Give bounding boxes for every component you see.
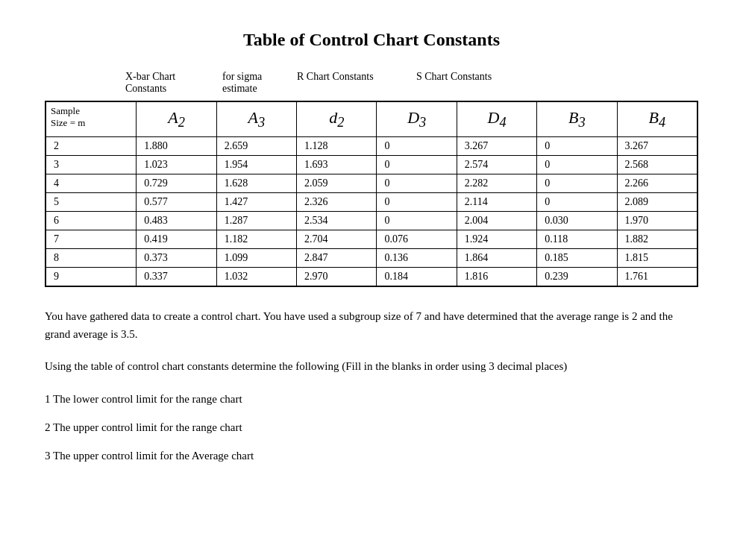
cell-d2-0: 1.128 — [297, 137, 377, 156]
cell-D3-0: 0 — [377, 137, 457, 156]
cell-A3-7: 1.032 — [216, 268, 296, 286]
cell-B4-6: 1.815 — [617, 249, 697, 268]
cell-D4-3: 2.114 — [457, 193, 536, 212]
cell-B4-2: 2.266 — [617, 174, 697, 193]
col-header-xbar: X-bar ChartConstants — [119, 71, 216, 95]
cell-B4-5: 1.882 — [617, 230, 697, 249]
cell-m-1: 3 — [46, 156, 137, 174]
cell-B4-3: 2.089 — [617, 193, 697, 212]
cell-m-2: 4 — [46, 174, 137, 193]
table-row: 80.3731.0992.8470.1361.8640.1851.815 — [46, 249, 697, 268]
cell-d2-4: 2.534 — [297, 212, 377, 230]
header-D3: D3 — [377, 102, 457, 137]
cell-D3-1: 0 — [377, 156, 457, 174]
cell-m-5: 7 — [46, 230, 137, 249]
header-D4: D4 — [457, 102, 536, 137]
cell-D3-6: 0.136 — [377, 249, 457, 268]
cell-B3-7: 0.239 — [537, 268, 617, 286]
cell-d2-1: 1.693 — [297, 156, 377, 174]
cell-A3-2: 1.628 — [216, 174, 296, 193]
cell-D4-5: 1.924 — [457, 230, 536, 249]
question-2: 2 The upper control limit for the range … — [45, 418, 698, 436]
cell-A2-4: 0.483 — [137, 212, 216, 230]
cell-A3-0: 2.659 — [216, 137, 296, 156]
cell-D4-0: 3.267 — [457, 137, 536, 156]
table-row: 60.4831.2872.53402.0040.0301.970 — [46, 212, 697, 230]
cell-D4-1: 2.574 — [457, 156, 536, 174]
cell-D3-3: 0 — [377, 193, 457, 212]
cell-D3-7: 0.184 — [377, 268, 457, 286]
header-B3: B3 — [537, 102, 617, 137]
header-A3: A3 — [216, 102, 296, 137]
cell-A2-7: 0.337 — [137, 268, 216, 286]
cell-A2-3: 0.577 — [137, 193, 216, 212]
cell-d2-5: 2.704 — [297, 230, 377, 249]
cell-A2-0: 1.880 — [137, 137, 216, 156]
cell-B4-1: 2.568 — [617, 156, 697, 174]
col-header-schart: S Chart Constants — [410, 71, 530, 95]
table-row: 90.3371.0322.9700.1841.8160.2391.761 — [46, 268, 697, 286]
page-title: Table of Control Chart Constants — [45, 30, 698, 50]
cell-B3-6: 0.185 — [537, 249, 617, 268]
col-header-sigma: for sigmaestimate — [216, 71, 291, 95]
header-d2: d2 — [297, 102, 377, 137]
cell-m-3: 5 — [46, 193, 137, 212]
cell-D4-6: 1.864 — [457, 249, 536, 268]
cell-m-0: 2 — [46, 137, 137, 156]
cell-D3-2: 0 — [377, 174, 457, 193]
table-row: 40.7291.6282.05902.28202.266 — [46, 174, 697, 193]
table-row: 21.8802.6591.12803.26703.267 — [46, 137, 697, 156]
cell-D3-5: 0.076 — [377, 230, 457, 249]
cell-B3-1: 0 — [537, 156, 617, 174]
cell-d2-3: 2.326 — [297, 193, 377, 212]
paragraph-2: Using the table of control chart constan… — [45, 358, 698, 375]
cell-A3-3: 1.427 — [216, 193, 296, 212]
cell-A3-6: 1.099 — [216, 249, 296, 268]
cell-A2-6: 0.373 — [137, 249, 216, 268]
cell-D4-2: 2.282 — [457, 174, 536, 193]
cell-A2-1: 1.023 — [137, 156, 216, 174]
cell-m-6: 8 — [46, 249, 137, 268]
cell-A3-1: 1.954 — [216, 156, 296, 174]
cell-B3-3: 0 — [537, 193, 617, 212]
cell-B3-5: 0.118 — [537, 230, 617, 249]
cell-B3-2: 0 — [537, 174, 617, 193]
cell-B4-4: 1.970 — [617, 212, 697, 230]
paragraph-1: You have gathered data to create a contr… — [45, 308, 698, 343]
header-A2: A2 — [137, 102, 216, 137]
cell-d2-7: 2.970 — [297, 268, 377, 286]
col-header-rchart: R Chart Constants — [291, 71, 410, 95]
cell-D4-7: 1.816 — [457, 268, 536, 286]
table-row: 50.5771.4272.32602.11402.089 — [46, 193, 697, 212]
cell-m-4: 6 — [46, 212, 137, 230]
cell-D3-4: 0 — [377, 212, 457, 230]
cell-B4-7: 1.761 — [617, 268, 697, 286]
cell-B3-4: 0.030 — [537, 212, 617, 230]
table-row: 70.4191.1822.7040.0761.9240.1181.882 — [46, 230, 697, 249]
cell-B4-0: 3.267 — [617, 137, 697, 156]
control-chart-table: SampleSize = m A2 A3 d2 D3 D4 B3 B4 21.8… — [45, 101, 698, 287]
cell-A2-5: 0.419 — [137, 230, 216, 249]
cell-d2-2: 2.059 — [297, 174, 377, 193]
header-B4: B4 — [617, 102, 697, 137]
question-3: 3 The upper control limit for the Averag… — [45, 447, 698, 465]
header-sample: SampleSize = m — [46, 102, 137, 137]
table-row: 31.0231.9541.69302.57402.568 — [46, 156, 697, 174]
cell-d2-6: 2.847 — [297, 249, 377, 268]
cell-A3-5: 1.182 — [216, 230, 296, 249]
cell-A2-2: 0.729 — [137, 174, 216, 193]
cell-B3-0: 0 — [537, 137, 617, 156]
cell-m-7: 9 — [46, 268, 137, 286]
cell-A3-4: 1.287 — [216, 212, 296, 230]
question-1: 1 The lower control limit for the range … — [45, 390, 698, 408]
cell-D4-4: 2.004 — [457, 212, 536, 230]
